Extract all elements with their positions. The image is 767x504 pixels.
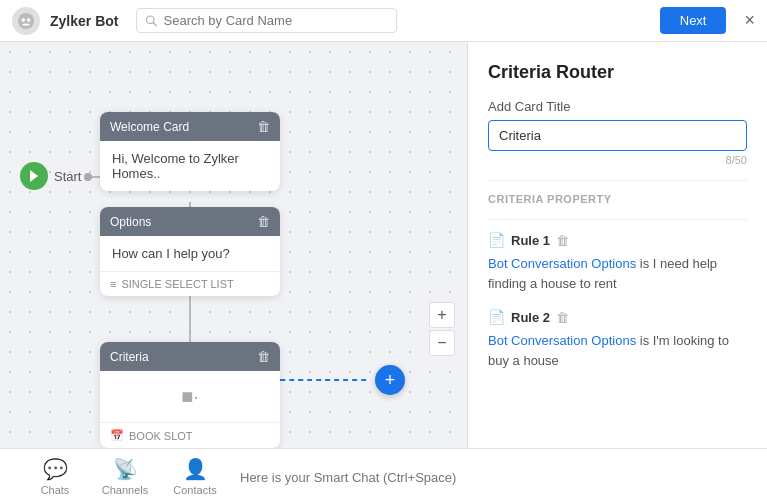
criteria-card-title: Criteria	[110, 350, 149, 364]
add-card-button[interactable]: +	[375, 365, 405, 395]
single-select-label: SINGLE SELECT LIST	[121, 278, 233, 290]
criteria-card: Criteria 🗑 ■· 📅 BOOK SLOT	[100, 342, 280, 448]
rule-2-header: 📄 Rule 2 🗑	[488, 309, 747, 325]
smart-chat-input[interactable]	[240, 470, 747, 485]
bottombar-item-contacts[interactable]: 👤 Contacts	[160, 457, 230, 496]
options-card-body: How can I help you?	[100, 236, 280, 271]
svg-line-5	[154, 23, 157, 26]
rule-2: 📄 Rule 2 🗑 Bot Conversation Options is I…	[488, 309, 747, 370]
search-input[interactable]	[164, 13, 389, 28]
welcome-card-body: Hi, Welcome to Zylker Homes..	[100, 141, 280, 191]
rule-1-delete-icon[interactable]: 🗑	[556, 233, 569, 248]
svg-point-1	[22, 18, 26, 22]
contacts-label: Contacts	[173, 484, 216, 496]
chats-icon: 💬	[43, 457, 68, 481]
options-card-delete-icon[interactable]: 🗑	[257, 214, 270, 229]
start-icon	[20, 162, 48, 190]
right-panel: Criteria Router Add Card Title 8/50 CRIT…	[467, 42, 767, 448]
svg-point-0	[18, 12, 34, 28]
divider-1	[488, 180, 747, 181]
criteria-card-delete-icon[interactable]: 🗑	[257, 349, 270, 364]
book-slot-badge: 📅 BOOK SLOT	[100, 422, 280, 448]
rule-1-link[interactable]: Bot Conversation Options	[488, 256, 636, 271]
bot-name: Zylker Bot	[50, 13, 118, 29]
search-bar[interactable]	[136, 8, 397, 33]
divider-2	[488, 219, 747, 220]
main-content: Start Welcome Card 🗑 Hi, Welcome to Zylk…	[0, 42, 767, 448]
options-card: Options 🗑 How can I help you? ≡ SINGLE S…	[100, 207, 280, 296]
single-select-badge: ≡ SINGLE SELECT LIST	[100, 271, 280, 296]
rule-1-header: 📄 Rule 1 🗑	[488, 232, 747, 248]
rule-2-link[interactable]: Bot Conversation Options	[488, 333, 636, 348]
add-card-title-label: Add Card Title	[488, 99, 747, 114]
rule-2-title: Rule 2	[511, 310, 550, 325]
list-icon: ≡	[110, 278, 116, 290]
criteria-property-label: CRITERIA PROPERTY	[488, 193, 747, 205]
rule-1: 📄 Rule 1 🗑 Bot Conversation Options is I…	[488, 232, 747, 293]
channels-icon: 📡	[113, 457, 138, 481]
welcome-card-title: Welcome Card	[110, 120, 189, 134]
welcome-card: Welcome Card 🗑 Hi, Welcome to Zylker Hom…	[100, 112, 280, 191]
bot-logo	[12, 7, 40, 35]
rule-2-doc-icon: 📄	[488, 309, 505, 325]
book-icon: 📅	[110, 429, 124, 442]
card-title-input[interactable]	[488, 120, 747, 151]
channels-label: Channels	[102, 484, 148, 496]
rule-1-body: Bot Conversation Options is I need help …	[488, 254, 747, 293]
book-slot-label: BOOK SLOT	[129, 430, 193, 442]
topbar: Zylker Bot Next ×	[0, 0, 767, 42]
svg-point-6	[84, 173, 92, 181]
criteria-card-header: Criteria 🗑	[100, 342, 280, 371]
smart-chat-area[interactable]	[240, 468, 747, 486]
search-icon	[145, 14, 157, 27]
welcome-card-header: Welcome Card 🗑	[100, 112, 280, 141]
options-card-header: Options 🗑	[100, 207, 280, 236]
panel-title: Criteria Router	[488, 62, 747, 83]
zoom-out-button[interactable]: −	[429, 330, 455, 356]
rule-1-title: Rule 1	[511, 233, 550, 248]
rule-1-doc-icon: 📄	[488, 232, 505, 248]
canvas: Start Welcome Card 🗑 Hi, Welcome to Zylk…	[0, 42, 467, 448]
criteria-placeholder-icon: ■·	[181, 385, 199, 408]
start-badge: Start	[20, 162, 81, 190]
close-button[interactable]: ×	[744, 10, 755, 31]
bottombar: 💬 Chats 📡 Channels 👤 Contacts	[0, 448, 767, 504]
svg-point-2	[27, 18, 31, 22]
rule-2-delete-icon[interactable]: 🗑	[556, 310, 569, 325]
criteria-card-center: ■·	[100, 371, 280, 422]
contacts-icon: 👤	[183, 457, 208, 481]
start-label: Start	[54, 169, 81, 184]
options-card-title: Options	[110, 215, 151, 229]
next-button[interactable]: Next	[660, 7, 727, 34]
svg-rect-3	[22, 23, 29, 25]
chats-label: Chats	[41, 484, 70, 496]
bottombar-item-chats[interactable]: 💬 Chats	[20, 457, 90, 496]
rule-2-body: Bot Conversation Options is I'm looking …	[488, 331, 747, 370]
char-count: 8/50	[488, 154, 747, 166]
welcome-card-delete-icon[interactable]: 🗑	[257, 119, 270, 134]
bottombar-item-channels[interactable]: 📡 Channels	[90, 457, 160, 496]
zoom-in-button[interactable]: +	[429, 302, 455, 328]
zoom-controls: + −	[429, 302, 455, 356]
